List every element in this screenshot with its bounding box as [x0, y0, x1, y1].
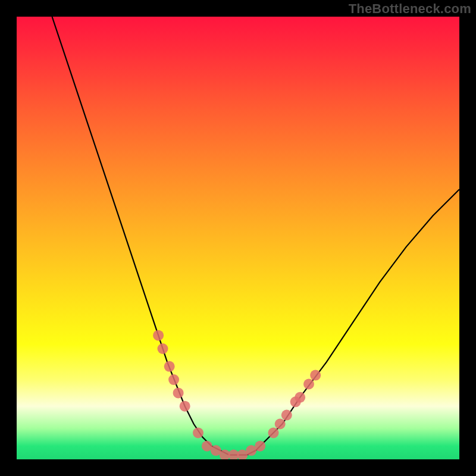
marker-point: [168, 374, 179, 385]
plot-area: [17, 17, 459, 459]
marker-point: [281, 410, 292, 421]
marker-point: [310, 370, 321, 381]
marker-point: [193, 427, 203, 438]
chart-svg: [17, 17, 459, 459]
marker-point: [164, 361, 175, 372]
marker-point: [158, 343, 168, 354]
marker-point: [173, 387, 184, 398]
chart-frame: TheBottleneck.com: [0, 0, 476, 476]
marker-point: [275, 419, 286, 430]
marker-group: [153, 330, 321, 459]
bottleneck-curve: [52, 17, 460, 455]
marker-point: [295, 392, 305, 403]
marker-point: [255, 441, 265, 452]
marker-point: [268, 427, 279, 438]
marker-point: [303, 379, 314, 390]
marker-point: [180, 401, 190, 412]
watermark-text: TheBottleneck.com: [349, 1, 471, 17]
marker-point: [153, 330, 164, 341]
